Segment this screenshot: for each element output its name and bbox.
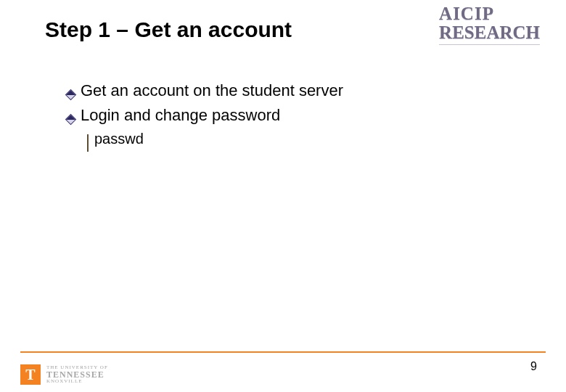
diamond-bullet-icon: [67, 84, 75, 103]
aicip-logo: AICIP RESEARCH: [439, 4, 540, 45]
aicip-logo-line1: AICIP: [439, 4, 540, 23]
university-line3: KNOXVILLE: [46, 379, 108, 384]
page-number: 9: [530, 360, 537, 373]
bullet-item: Get an account on the student server: [67, 80, 522, 103]
bullet-text: Get an account on the student server: [81, 80, 343, 102]
aicip-logo-line2: RESEARCH: [439, 23, 540, 42]
diamond-bullet-icon: [67, 109, 75, 128]
sub-bullet-item: passwd: [87, 131, 522, 152]
square-bullet-icon: [87, 135, 89, 152]
university-logo: THE UNIVERSITY OF TENNESSEE KNOXVILLE: [20, 364, 108, 385]
sub-bullet-text: passwd: [94, 131, 144, 147]
university-text: THE UNIVERSITY OF TENNESSEE KNOXVILLE: [46, 365, 108, 384]
slide-title: Step 1 – Get an account: [45, 17, 292, 42]
bullet-text: Login and change password: [81, 105, 280, 126]
footer-divider: [20, 351, 546, 353]
content-area: Get an account on the student server Log…: [67, 78, 522, 152]
bullet-item: Login and change password: [67, 105, 522, 128]
slide: Step 1 – Get an account AICIP RESEARCH G…: [0, 0, 566, 392]
ut-mark-icon: [20, 364, 41, 385]
